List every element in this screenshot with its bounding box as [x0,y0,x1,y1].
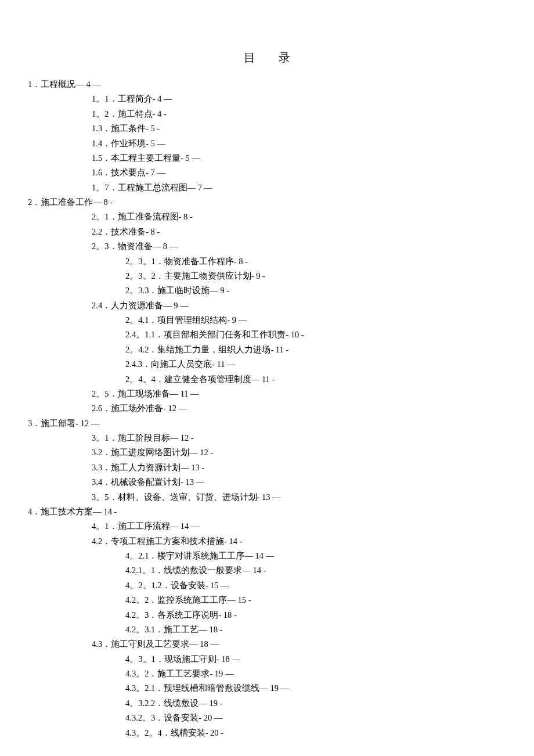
toc-entry: 2。3。2．主要施工物资供应计划- 9 - [28,269,506,283]
toc-entry: 4.3。2.1．预埋线槽和暗管敷设缆线— 19 — [28,681,506,696]
toc-entry: 2。5．施工现场准备— 11 — [28,387,506,401]
table-of-contents: 1．工程概况— 4 —1。1．工程简介- 4 —1。2．施工特点- 4 -1.3… [28,77,506,740]
toc-entry: 4.3。2．施工工艺要求- 19 — [28,667,506,681]
toc-entry: 2.2．技术准备- 8 - [28,225,506,239]
toc-entry: 1．工程概况— 4 — [28,77,506,92]
toc-entry: 1.4．作业环境- 5 — [28,136,506,151]
toc-entry: 1.5．本工程主要工程量- 5 — [28,151,506,165]
toc-entry: 4。3。1．现场施工守则- 18 — [28,652,506,667]
toc-entry: 4.2。3.1．施工工艺— 18 - [28,622,506,637]
toc-entry: 2。4.1．项目管理组织结构- 9 — [28,313,506,327]
toc-entry: 2。1．施工准备流程图- 8 - [28,210,506,224]
toc-entry: 4.2。3．各系统工序说明- 18 - [28,608,506,622]
toc-entry: 3.3．施工人力资源计划— 13 - [28,460,506,475]
toc-entry: 3。1．施工阶段目标— 12 - [28,431,506,445]
toc-entry: 1。1．工程简介- 4 — [28,92,506,106]
toc-entry: 4.2．专项工程施工方案和技术措施- 14 - [28,534,506,549]
toc-entry: 4.3。2。4．线槽安装- 20 - [28,726,506,740]
toc-entry: 4。2。1.2．设备安装- 15 — [28,578,506,593]
toc-entry: 2。4。4．建立健全各项管理制度— 11 - [28,372,506,387]
toc-entry: 4。1．施工工序流程— 14 — [28,519,506,534]
document-page: 目录 1．工程概况— 4 —1。1．工程简介- 4 —1。2．施工特点- 4 -… [0,0,534,756]
toc-entry: 4.3．施工守则及工艺要求— 18 — [28,637,506,651]
toc-entry: 4.2.1。1．线缆的敷设一般要求— 14 - [28,563,506,578]
toc-entry: 4.2。2．监控系统施工工序— 15 - [28,593,506,607]
toc-entry: 2.6．施工场外准备- 12 — [28,401,506,416]
toc-entry: 1。7．工程施工总流程图— 7 — [28,181,506,195]
toc-entry: 4。3.2.2．线缆敷设— 19 - [28,696,506,711]
toc-entry: 1。2．施工特点- 4 - [28,107,506,121]
toc-entry: 2。3。1．物资准备工作程序- 8 - [28,254,506,269]
toc-entry: 3.4．机械设备配置计划- 13 — [28,475,506,489]
toc-entry: 2。3.3．施工临时设施— 9 - [28,283,506,298]
page-title: 目录 [28,50,506,66]
toc-entry: 4.3.2。3．设备安装- 20 — [28,711,506,725]
toc-entry: 3．施工部署- 12 — [28,416,506,431]
toc-entry: 1.3．施工条件- 5 - [28,121,506,136]
toc-entry: 2.4．人力资源准备— 9 — [28,298,506,313]
toc-entry: 4．施工技术方案— 14 - [28,505,506,519]
toc-entry: 2.4。1.1．项目部相关部门任务和工作职责- 10 - [28,327,506,342]
toc-entry: 3。5．材料、设备、送审、订货、进场计划- 13 — [28,490,506,505]
toc-entry: 2。3．物资准备— 8 — [28,239,506,254]
toc-entry: 2.4.3．向施工人员交底- 11 — [28,357,506,372]
toc-entry: 2。4.2．集结施工力量，组织人力进场- 11 - [28,343,506,357]
toc-entry: 3.2．施工进度网络图计划— 12 - [28,445,506,460]
toc-entry: 1.6．技术要点- 7 — [28,165,506,180]
toc-entry: 4。2.1．楼宇对讲系统施工工序— 14 — [28,549,506,563]
toc-entry: 2．施工准备工作— 8 - [28,195,506,210]
